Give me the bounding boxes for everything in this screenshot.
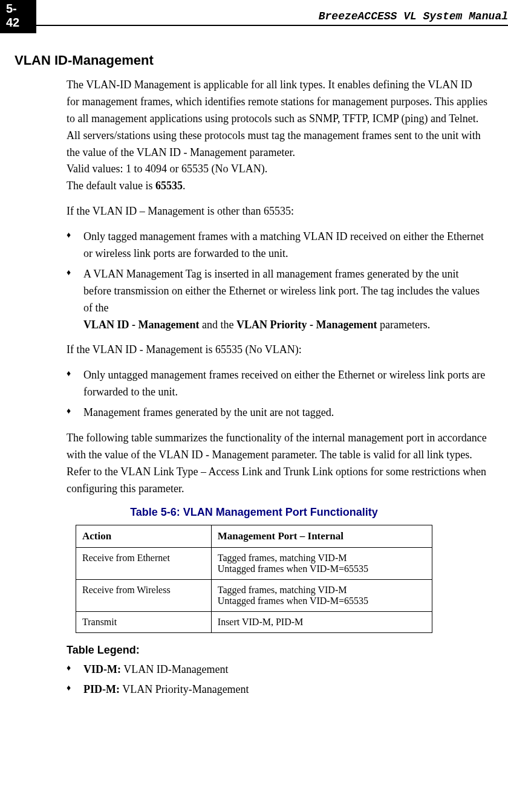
r2c2b: Untagged frames when VID-M=65535 bbox=[218, 596, 368, 606]
table-header-port: Management Port – Internal bbox=[211, 525, 432, 547]
b2-pre: A VLAN Management Tag is inserted in all… bbox=[83, 268, 480, 314]
legend-l2-text: VLAN Priority-Management bbox=[120, 683, 249, 695]
list-item: Only tagged management frames with a mat… bbox=[67, 229, 487, 262]
para1-text3-pre: The default value is bbox=[67, 180, 155, 192]
table-cell: Receive from Ethernet bbox=[76, 547, 212, 579]
table-header-action: Action bbox=[76, 525, 212, 547]
table-cell: Transmit bbox=[76, 611, 212, 632]
para1-text3: The default value is 65535. bbox=[67, 178, 487, 195]
para1-text2: Valid values: 1 to 4094 or 65535 (No VLA… bbox=[67, 161, 487, 178]
r1c2b: Untagged frames when VID-M=65535 bbox=[218, 564, 368, 574]
table-cell: Tagged frames, matching VID-M Untagged f… bbox=[211, 579, 432, 611]
table-row: Transmit Insert VID-M, PID-M bbox=[76, 611, 432, 632]
legend-list: VID-M: VLAN ID-Management PID-M: VLAN Pr… bbox=[67, 661, 487, 699]
table-row: Receive from Wireless Tagged frames, mat… bbox=[76, 579, 432, 611]
list-item: Only untagged management frames received… bbox=[67, 367, 487, 401]
legend-heading: Table Legend: bbox=[67, 644, 493, 657]
paragraph-3: If the VLAN ID - Management is 65535 (No… bbox=[67, 342, 487, 359]
b2-bold2: VLAN Priority - Management bbox=[236, 319, 377, 331]
bullet-list-2: Only untagged management frames received… bbox=[67, 367, 487, 421]
legend-l1-bold: VID-M: bbox=[83, 663, 121, 675]
paragraph-4: The following table summarizes the funct… bbox=[67, 430, 487, 498]
bullet-list-1: Only tagged management frames with a mat… bbox=[67, 229, 487, 333]
para1-text3-bold: 65535 bbox=[155, 180, 183, 192]
paragraph-2: If the VLAN ID – Management is other tha… bbox=[67, 203, 487, 220]
list-item: Management frames generated by the unit … bbox=[67, 404, 487, 421]
page-content: VLAN ID-Management The VLAN-ID Managemen… bbox=[0, 38, 508, 698]
legend-l2-bold: PID-M: bbox=[83, 683, 120, 695]
table-header-row: Action Management Port – Internal bbox=[76, 525, 432, 547]
list-item: PID-M: VLAN Priority-Management bbox=[67, 681, 487, 698]
b2-mid: and the bbox=[199, 319, 236, 331]
table-cell: Receive from Wireless bbox=[76, 579, 212, 611]
r1c2a: Tagged frames, matching VID-M bbox=[218, 553, 347, 563]
b2-post: parameters. bbox=[377, 319, 430, 331]
legend-l1-text: VLAN ID-Management bbox=[121, 663, 229, 675]
section-heading: VLAN ID-Management bbox=[15, 53, 493, 68]
list-item: A VLAN Management Tag is inserted in all… bbox=[67, 266, 487, 334]
table-caption: Table 5-6: VLAN Management Port Function… bbox=[15, 506, 493, 519]
table-row: Receive from Ethernet Tagged frames, mat… bbox=[76, 547, 432, 579]
table-cell: Tagged frames, matching VID-M Untagged f… bbox=[211, 547, 432, 579]
list-item: VID-M: VLAN ID-Management bbox=[67, 661, 487, 678]
para1-text3-post: . bbox=[183, 180, 186, 192]
b2-bold1: VLAN ID - Management bbox=[83, 319, 199, 331]
para1-text1: The VLAN-ID Management is applicable for… bbox=[67, 77, 487, 161]
paragraph-1: The VLAN-ID Management is applicable for… bbox=[67, 77, 487, 195]
header-title: BreezeACCESS VL System Manual bbox=[319, 10, 508, 22]
page-header: 5-42 BreezeACCESS VL System Manual bbox=[0, 0, 508, 33]
r2c2a: Tagged frames, matching VID-M bbox=[218, 585, 347, 595]
vlan-table: Action Management Port – Internal Receiv… bbox=[76, 525, 432, 633]
page-number: 5-42 bbox=[0, 0, 36, 33]
header-rule: BreezeACCESS VL System Manual bbox=[36, 25, 508, 26]
table-cell: Insert VID-M, PID-M bbox=[211, 611, 432, 632]
